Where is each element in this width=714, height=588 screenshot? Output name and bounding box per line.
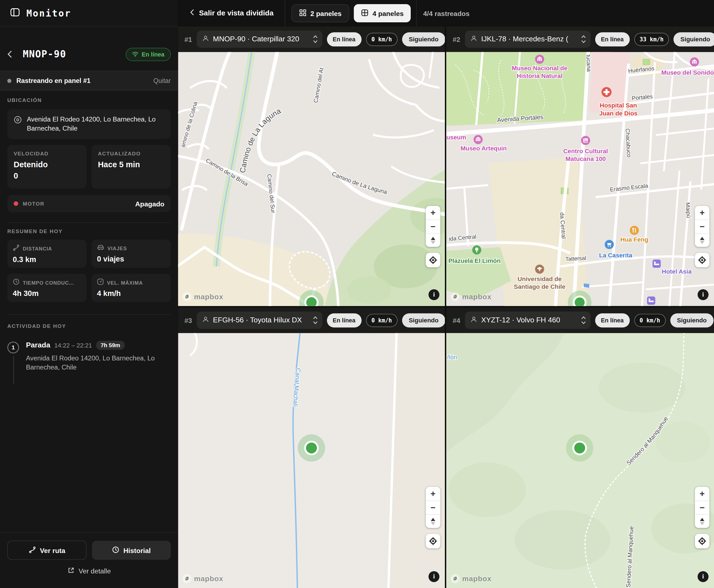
speed-badge: 0 km/h	[366, 314, 397, 327]
panel-3-header: #3 EFGH-56 · Toyota Hilux DX En línea 0 …	[178, 308, 445, 333]
vehicle-name: EFGH-56 · Toyota Hilux DX	[213, 316, 302, 324]
museum-icon	[535, 55, 544, 64]
map-canvas[interactable]: Camino de La Laguna Camino de La Laguna …	[178, 52, 445, 306]
vehicle-selector[interactable]: EFGH-56 · Toyota Hilux DX	[197, 312, 322, 329]
poi-label: Museo del Sonido	[662, 69, 714, 76]
vehicle-name: XYZT-12 · Volvo FH 460	[481, 316, 560, 324]
map-panel-2: #2 IJKL-78 · Mercedes-Benz ( En línea 33…	[446, 26, 714, 306]
speed-label: VELOCIDAD	[14, 151, 80, 156]
poi-label: Museo Nacional de	[512, 65, 567, 72]
street-label: Tattersal	[565, 255, 586, 262]
pitch-toggle-button[interactable]	[695, 233, 710, 247]
locate-button[interactable]	[695, 534, 710, 548]
zoom-in-button[interactable]: +	[695, 206, 710, 219]
history-button[interactable]: Historial	[92, 541, 171, 560]
clock-icon	[112, 546, 119, 554]
vehicle-selector[interactable]: XYZT-12 · Volvo FH 460	[465, 312, 590, 329]
vehicle-marker	[298, 434, 325, 462]
map-canvas[interactable]: Canal Machalí + − i	[178, 333, 445, 588]
mapbox-logo[interactable]: mapbox	[182, 574, 223, 584]
vehicle-selector[interactable]: MNOP-90 · Caterpillar 320	[197, 30, 322, 48]
hotel-icon	[647, 296, 655, 305]
panel-number: #2	[453, 35, 460, 43]
street-label: tucana	[585, 55, 592, 72]
poi-label: Plazuela El Limón	[449, 257, 501, 264]
zoom-controls: + −	[695, 487, 710, 528]
locate-button[interactable]	[426, 253, 440, 267]
pitch-toggle-button[interactable]	[695, 514, 710, 528]
app-window: Monitor MNOP-90 En línea Rastreando en p…	[0, 0, 714, 588]
zoom-out-button[interactable]: −	[426, 219, 440, 233]
speed-card: VELOCIDAD Detenido 0	[7, 145, 86, 189]
university-icon	[535, 265, 544, 274]
zoom-out-button[interactable]: −	[426, 501, 440, 514]
four-panels-button[interactable]: 4 paneles	[354, 4, 411, 22]
map-panel-3: #3 EFGH-56 · Toyota Hilux DX En línea 0 …	[178, 308, 445, 588]
exit-split-view-button[interactable]: Salir de vista dividida	[190, 8, 274, 18]
restaurant-icon	[630, 226, 639, 235]
map-canvas[interactable]: Huérfanos Portales Avenida Portales Eras…	[446, 52, 714, 306]
zoom-in-button[interactable]: +	[426, 487, 440, 501]
poi-label: Centro Cultural	[563, 148, 608, 154]
poi-label: Hospital San	[600, 102, 637, 109]
activity-title: Parada	[26, 341, 50, 350]
two-panels-button[interactable]: 2 paneles	[291, 4, 349, 22]
map-grid: #1 MNOP-90 · Caterpillar 320 En línea 0 …	[178, 26, 714, 588]
status-badge: En línea	[595, 32, 629, 46]
external-link-icon	[67, 567, 74, 575]
chevron-updown-icon	[312, 34, 318, 46]
panel-4-header: #4 XYZT-12 · Volvo FH 460 En línea 0 km/…	[446, 308, 714, 333]
pitch-toggle-button[interactable]	[426, 514, 440, 528]
street-label: Maipú	[685, 202, 692, 218]
info-button[interactable]: i	[697, 571, 709, 582]
motor-value: Apagado	[135, 200, 165, 208]
motor-label: MOTOR	[23, 201, 45, 206]
vehicle-selector[interactable]: IJKL-78 · Mercedes-Benz (	[465, 30, 590, 48]
info-button[interactable]: i	[429, 289, 440, 300]
map-canvas[interactable]: Sendero al Manquehue Sendero al Manquehu…	[446, 333, 714, 588]
poi-label: La Caserita	[599, 252, 632, 259]
chevron-updown-icon	[580, 34, 586, 46]
mapbox-logo[interactable]: mapbox	[182, 292, 223, 302]
poi-label: Historia Natural	[517, 72, 562, 79]
locate-button[interactable]	[426, 534, 440, 548]
zoom-in-button[interactable]: +	[695, 487, 710, 501]
pitch-toggle-button[interactable]	[426, 233, 440, 247]
vehicle-name: IJKL-78 · Mercedes-Benz (	[481, 35, 568, 43]
locate-button[interactable]	[695, 253, 710, 267]
sidebar: Monitor MNOP-90 En línea Rastreando en p…	[0, 0, 178, 588]
panel-number: #4	[453, 316, 460, 324]
info-button[interactable]: i	[429, 571, 440, 582]
view-route-button[interactable]: Ver ruta	[7, 541, 86, 560]
following-toggle[interactable]: Siguiendo	[402, 313, 445, 327]
following-toggle[interactable]: Siguiendo	[670, 313, 713, 327]
address-text: Avenida El Rodeo 14200, Lo Barnechea, Lo…	[27, 115, 165, 133]
back-icon	[190, 8, 194, 18]
tree-icon	[472, 246, 481, 255]
panel-2-header: #2 IJKL-78 · Mercedes-Benz ( En línea 33…	[446, 26, 714, 52]
zoom-in-button[interactable]: +	[426, 206, 440, 219]
following-toggle[interactable]: Siguiendo	[673, 32, 714, 46]
view-detail-link[interactable]: Ver detalle	[0, 567, 178, 575]
route-icon	[28, 546, 36, 554]
zoom-out-button[interactable]: −	[695, 501, 710, 514]
sidebar-header: Monitor	[0, 0, 178, 26]
stat-trips: VIAJES 0 viajes	[91, 240, 171, 268]
mapbox-logo[interactable]: mapbox	[450, 292, 492, 302]
stat-distance: DISTANCIA 0.3 km	[7, 240, 86, 268]
grid-2-icon	[299, 9, 306, 17]
map-panel-1: #1 MNOP-90 · Caterpillar 320 En línea 0 …	[178, 26, 445, 306]
zoom-out-button[interactable]: −	[695, 219, 710, 233]
following-toggle[interactable]: Siguiendo	[402, 32, 445, 46]
poi-label: Matucana 100	[565, 155, 606, 162]
remove-tracking-button[interactable]: Quitar	[153, 77, 171, 84]
info-button[interactable]: i	[697, 289, 709, 300]
back-icon[interactable]	[7, 50, 17, 58]
mapbox-logo[interactable]: mapbox	[450, 574, 492, 584]
divider	[7, 314, 171, 315]
stat-max-speed: VEL. MÁXIMA 4 km/h	[91, 274, 171, 302]
updated-label: ACTUALIZADO	[98, 151, 164, 156]
poi-label: useum	[446, 134, 466, 141]
vehicle-header: MNOP-90 En línea	[0, 43, 178, 65]
speed-state: Detenido	[14, 160, 80, 169]
